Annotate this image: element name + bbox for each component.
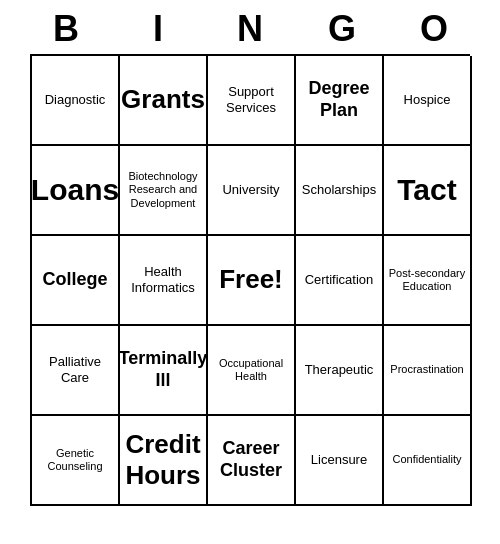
bingo-cell-11: Health Informatics xyxy=(120,236,208,326)
bingo-cell-14: Post-secondary Education xyxy=(384,236,472,326)
bingo-cell-1: Grants xyxy=(120,56,208,146)
bingo-cell-17: Occupational Health xyxy=(208,326,296,416)
bingo-cell-9: Tact xyxy=(384,146,472,236)
bingo-cell-20: Genetic Counseling xyxy=(32,416,120,506)
bingo-cell-12: Free! xyxy=(208,236,296,326)
bingo-cell-2: Support Services xyxy=(208,56,296,146)
bingo-cell-8: Scholarships xyxy=(296,146,384,236)
bingo-title: BINGO xyxy=(20,0,480,54)
bingo-cell-19: Procrastination xyxy=(384,326,472,416)
bingo-cell-22: Career Cluster xyxy=(208,416,296,506)
bingo-cell-15: Palliative Care xyxy=(32,326,120,416)
bingo-cell-3: Degree Plan xyxy=(296,56,384,146)
bingo-letter-b: B xyxy=(25,8,107,50)
bingo-letter-g: G xyxy=(301,8,383,50)
bingo-letter-n: N xyxy=(209,8,291,50)
bingo-cell-4: Hospice xyxy=(384,56,472,146)
bingo-cell-7: University xyxy=(208,146,296,236)
bingo-cell-13: Certification xyxy=(296,236,384,326)
bingo-cell-23: Licensure xyxy=(296,416,384,506)
bingo-cell-24: Confidentiality xyxy=(384,416,472,506)
bingo-grid: DiagnosticGrantsSupport ServicesDegree P… xyxy=(30,54,470,506)
bingo-cell-5: Loans xyxy=(32,146,120,236)
bingo-cell-21: Credit Hours xyxy=(120,416,208,506)
bingo-cell-0: Diagnostic xyxy=(32,56,120,146)
bingo-letter-i: I xyxy=(117,8,199,50)
bingo-cell-18: Therapeutic xyxy=(296,326,384,416)
bingo-cell-6: Biotechnology Research and Development xyxy=(120,146,208,236)
bingo-cell-16: Terminally Ill xyxy=(120,326,208,416)
bingo-letter-o: O xyxy=(393,8,475,50)
bingo-cell-10: College xyxy=(32,236,120,326)
